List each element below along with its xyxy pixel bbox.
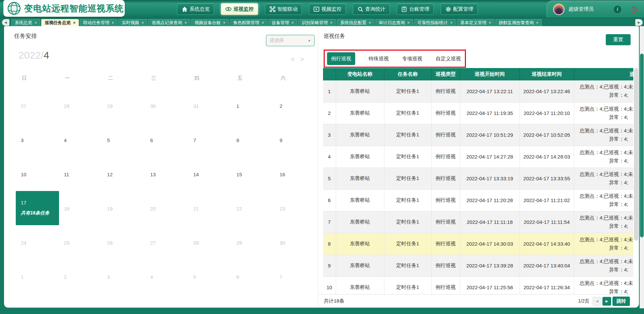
tab-审计日志查询[interactable]: 审计日志查询× bbox=[375, 19, 413, 26]
nav-button-台账管理[interactable]: 台账管理 bbox=[397, 3, 434, 15]
nav-button-系统总览[interactable]: 系统总览 bbox=[177, 3, 214, 15]
table-row[interactable]: 4东善桥站定时任务1例行巡视2022-04-17 14:27:282022-04… bbox=[323, 146, 633, 168]
calendar-day[interactable]: 8 bbox=[231, 123, 275, 157]
table-row[interactable]: 9东善桥站定时任务1例行巡视2022-04-17 13:39:282022-04… bbox=[323, 255, 633, 276]
logout-power-icon[interactable] bbox=[630, 6, 637, 13]
tab-close-icon[interactable]: × bbox=[369, 21, 371, 25]
calendar-day[interactable]: 29 bbox=[102, 88, 145, 123]
tab-close-icon[interactable]: × bbox=[330, 21, 332, 25]
calendar-day[interactable]: 6 bbox=[145, 123, 189, 157]
tab-close-icon[interactable]: × bbox=[73, 21, 75, 25]
calendar-day[interactable]: 28 bbox=[59, 88, 102, 123]
tab-识别策略管理[interactable]: 识别策略管理× bbox=[298, 19, 336, 26]
calendar-day[interactable]: 5 bbox=[102, 123, 145, 157]
calendar-day[interactable]: 4 bbox=[145, 259, 189, 294]
tab-scroll-left-icon[interactable]: ◀ bbox=[2, 19, 9, 26]
table-scrollbar[interactable] bbox=[634, 68, 638, 241]
calendar-day[interactable]: 25 bbox=[59, 225, 102, 259]
tab-巡视点记录查询[interactable]: 巡视点记录查询× bbox=[148, 19, 190, 26]
nav-button-视频监控[interactable]: 视频监控 bbox=[309, 3, 346, 15]
tab-基本定义管理[interactable]: 基本定义管理× bbox=[457, 19, 494, 26]
calendar-day[interactable]: 9 bbox=[274, 123, 318, 157]
calendar-day[interactable]: 10 bbox=[16, 157, 59, 191]
calendar-day[interactable]: 2 bbox=[274, 88, 318, 123]
calendar-prev-icon[interactable]: < bbox=[291, 56, 295, 63]
calendar-day[interactable]: 30 bbox=[274, 225, 318, 259]
calendar-day[interactable]: 4 bbox=[59, 123, 102, 157]
calendar-day[interactable]: 24 bbox=[16, 225, 59, 259]
calendar-day[interactable]: 18 bbox=[59, 191, 102, 225]
nav-button-智能联动[interactable]: 智能联动 bbox=[265, 3, 302, 15]
table-row[interactable]: 5东善桥站定时任务1例行巡视2022-04-17 13:33:192022-04… bbox=[323, 168, 633, 189]
calendar-day[interactable]: 14 bbox=[188, 157, 231, 191]
calendar-day[interactable]: 5 bbox=[188, 259, 231, 294]
tab-close-icon[interactable]: × bbox=[536, 21, 538, 25]
tab-系统信息配置[interactable]: 系统信息配置× bbox=[337, 19, 374, 26]
calendar-day[interactable]: 13 bbox=[145, 157, 189, 191]
calendar-day[interactable]: 12 bbox=[102, 157, 145, 191]
filter-特殊巡视[interactable]: 特殊巡视 bbox=[369, 56, 389, 62]
calendar-day[interactable]: 22 bbox=[231, 191, 275, 225]
table-row[interactable]: 7东善桥站定时任务1例行巡视2022-04-17 11:11:182022-04… bbox=[323, 211, 633, 233]
table-row[interactable]: 2东善桥站定时任务1例行巡视2022-04-17 11:19:352022-04… bbox=[323, 102, 633, 124]
station-select[interactable]: 请选择 ▼ bbox=[266, 35, 315, 46]
tab-close-icon[interactable]: × bbox=[35, 21, 37, 25]
calendar-day-selected[interactable]: 17共有18条任务 bbox=[16, 191, 59, 225]
table-row[interactable]: 8东善桥站定时任务1例行巡视2022-04-17 14:30:032022-04… bbox=[323, 233, 633, 255]
calendar-day[interactable]: 20 bbox=[145, 191, 189, 225]
tab-联动任务管理[interactable]: 联动任务管理× bbox=[80, 19, 117, 26]
tab-实时视频[interactable]: 实时视频× bbox=[118, 19, 147, 26]
calendar-day[interactable]: 7 bbox=[274, 259, 318, 294]
table-row[interactable]: 1东善桥站定时任务1例行巡视2022-04-17 13:22:112022-04… bbox=[323, 80, 633, 102]
calendar-day[interactable]: 27 bbox=[16, 88, 59, 123]
calendar-day[interactable]: 2 bbox=[59, 259, 102, 294]
page-scrollbar-thumb[interactable] bbox=[640, 54, 644, 237]
calendar-day[interactable]: 19 bbox=[102, 191, 145, 225]
tab-close-icon[interactable]: × bbox=[450, 21, 452, 25]
calendar-day[interactable]: 28 bbox=[188, 225, 231, 259]
tab-close-icon[interactable]: × bbox=[489, 21, 491, 25]
jump-button[interactable]: 跳转 bbox=[612, 297, 630, 306]
calendar-day[interactable]: 6 bbox=[231, 259, 275, 294]
calendar-day[interactable]: 3 bbox=[102, 259, 145, 294]
reset-button[interactable]: 重置 bbox=[606, 34, 631, 45]
nav-button-配置管理[interactable]: 配置管理 bbox=[441, 3, 478, 15]
calendar-day[interactable]: 21 bbox=[188, 191, 231, 225]
calendar-day[interactable]: 23 bbox=[274, 191, 318, 225]
calendar-day[interactable]: 26 bbox=[102, 225, 145, 259]
tab-角色权限管理[interactable]: 角色权限管理× bbox=[230, 19, 267, 26]
calendar-day[interactable]: 15 bbox=[231, 157, 275, 191]
tab-close-icon[interactable]: × bbox=[262, 21, 264, 25]
filter-专项巡视[interactable]: 专项巡视 bbox=[402, 56, 422, 62]
filter-自定义巡视[interactable]: 自定义巡视 bbox=[436, 56, 461, 62]
tab-close-icon[interactable]: × bbox=[407, 21, 410, 25]
filter-例行巡视[interactable]: 例行巡视 bbox=[327, 52, 355, 65]
calendar-day[interactable]: 7 bbox=[188, 123, 231, 157]
tab-close-icon[interactable]: × bbox=[223, 21, 225, 25]
calendar-day[interactable]: 29 bbox=[231, 225, 275, 259]
tab-视频设备台账[interactable]: 视频设备台账× bbox=[191, 19, 229, 26]
calendar-day[interactable]: 1 bbox=[16, 259, 59, 294]
calendar-next-icon[interactable]: > bbox=[300, 56, 304, 63]
page-scrollbar-track[interactable] bbox=[640, 26, 644, 308]
info-icon[interactable]: i bbox=[614, 6, 621, 13]
calendar-day[interactable]: 31 bbox=[188, 88, 231, 123]
tab-close-icon[interactable]: × bbox=[112, 21, 114, 25]
tab-可靠性指标统计[interactable]: 可靠性指标统计× bbox=[414, 19, 456, 26]
table-row[interactable]: 3东善桥站定时任务1例行巡视2022-04-17 10:51:292022-04… bbox=[323, 124, 633, 146]
tab-scroll-right-icon[interactable]: ▶ bbox=[635, 19, 643, 26]
page-prev-icon[interactable]: ◀ bbox=[593, 297, 601, 306]
tab-系统总览[interactable]: 系统总览× bbox=[11, 19, 40, 26]
page-next-icon[interactable]: ▶ bbox=[602, 297, 611, 306]
tab-巡视任务总览[interactable]: 巡视任务总览× bbox=[41, 19, 79, 26]
calendar-day[interactable]: 30 bbox=[145, 88, 189, 123]
calendar-day[interactable]: 16 bbox=[274, 157, 318, 191]
tab-设备管理[interactable]: 设备管理× bbox=[268, 19, 297, 26]
tab-close-icon[interactable]: × bbox=[291, 21, 294, 25]
nav-button-巡视监控[interactable]: 巡视监控 bbox=[221, 3, 258, 15]
calendar-day[interactable]: 27 bbox=[145, 225, 189, 259]
calendar-day[interactable]: 3 bbox=[16, 123, 59, 157]
tab-close-icon[interactable]: × bbox=[142, 21, 144, 25]
tab-close-icon[interactable]: × bbox=[184, 21, 187, 25]
nav-button-查询统计[interactable]: 查询统计 bbox=[353, 3, 390, 15]
